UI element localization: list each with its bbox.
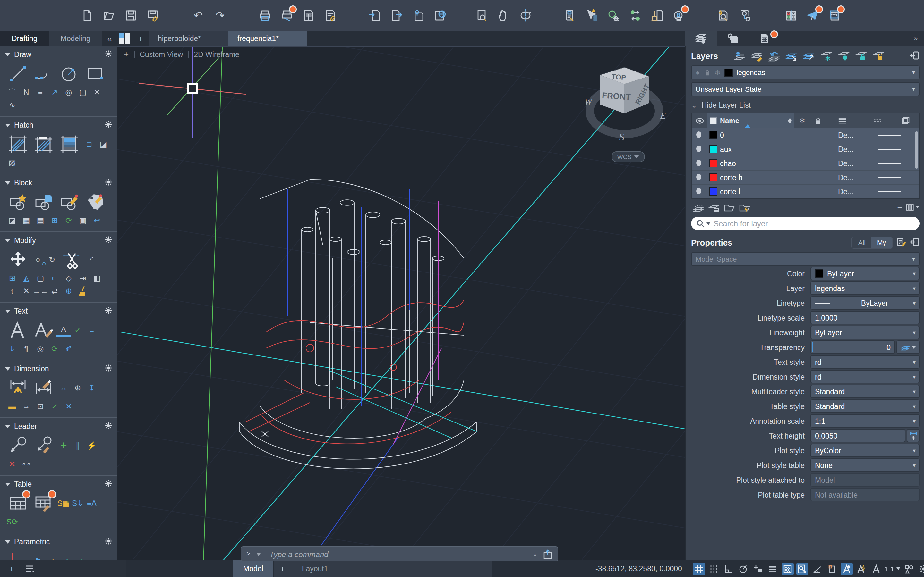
aligned-dimension-tool[interactable]: ↔ — [57, 382, 71, 394]
visual-style-control[interactable]: 2D Wireframe — [194, 50, 239, 58]
lineweight-select[interactable]: ByLayer — [811, 326, 919, 339]
layer-freeze-icon[interactable] — [819, 49, 834, 62]
attribute-display-tool[interactable]: ▣ — [76, 214, 90, 227]
chevron-down-icon[interactable] — [5, 309, 10, 313]
color-select[interactable]: ByLayer — [811, 267, 919, 280]
boundary-tool[interactable]: □ — [82, 138, 96, 151]
linetype-scale-input[interactable]: 1.0000 — [811, 311, 919, 324]
layer-linetype[interactable]: De... — [838, 187, 878, 195]
tag-tool[interactable]: ◪ — [96, 138, 110, 151]
box-3d-tool[interactable]: ◇ — [61, 272, 76, 285]
circle-tool[interactable] — [57, 61, 82, 86]
layer-row-chao[interactable]: chao De... — [692, 156, 919, 170]
wireframe-model[interactable] — [239, 179, 477, 469]
layer-lineweight-sample[interactable] — [878, 163, 919, 164]
layer-lineweight-sample[interactable] — [878, 148, 919, 150]
annotation-visibility-toggle[interactable] — [841, 562, 853, 575]
layer-off-icon[interactable] — [836, 49, 851, 62]
break-tool[interactable]: ✕ — [19, 285, 33, 298]
annotation-scale-selector[interactable]: 1:1 — [885, 565, 900, 572]
ortho-toggle[interactable] — [722, 562, 735, 575]
drawing-compare-icon[interactable] — [782, 5, 801, 26]
undo-icon[interactable]: ↶ — [189, 5, 208, 26]
line-tool[interactable] — [5, 61, 31, 86]
layout-grid-icon[interactable] — [120, 33, 131, 44]
text-height-pick-button[interactable] — [907, 429, 919, 442]
layer-color-swatch[interactable] — [706, 159, 720, 167]
pan-icon[interactable] — [494, 5, 513, 26]
spell-check-tool[interactable]: ✓ — [71, 324, 85, 337]
palette-tab-layers[interactable] — [685, 31, 717, 46]
settings-gear-icon[interactable] — [917, 562, 924, 575]
text-style-select[interactable]: rd — [811, 355, 919, 369]
gear-icon[interactable] — [105, 364, 112, 373]
layout1-tab[interactable]: Layout1 — [292, 560, 338, 577]
hatch-edit-tool[interactable] — [31, 132, 57, 156]
close-properties-icon[interactable] — [910, 237, 919, 248]
text-style-tool[interactable] — [31, 318, 57, 342]
arc-tool[interactable]: ⌒ — [5, 86, 19, 99]
transparency-slider[interactable]: 0 — [811, 340, 895, 354]
data-link-icon[interactable] — [626, 5, 645, 26]
gear-icon[interactable] — [105, 236, 112, 245]
performance-analyzer-icon[interactable] — [825, 5, 845, 26]
new-file-icon[interactable] — [78, 5, 97, 26]
wcs-selector[interactable]: WCS — [612, 151, 645, 162]
attribute-tag-tool[interactable]: ◪ — [5, 214, 19, 227]
save-as-icon[interactable] — [143, 5, 162, 26]
table-style-select[interactable]: Standard — [811, 400, 919, 413]
copy-tool[interactable]: ○○ — [31, 253, 45, 266]
add-layout-icon[interactable]: + — [274, 560, 291, 577]
layer-linetype[interactable]: De... — [838, 159, 878, 167]
hide-layer-list-toggle[interactable]: ⌄ Hide Layer List — [691, 98, 919, 112]
multileader-style-tool[interactable] — [31, 434, 57, 458]
align-tool[interactable]: ⇄ — [47, 285, 61, 298]
gear-icon[interactable] — [105, 178, 112, 187]
tab-modeling[interactable]: Modeling — [49, 31, 102, 46]
filter-my-button[interactable]: My — [871, 237, 892, 248]
current-layer-select[interactable]: ● ❄ legendas — [691, 65, 919, 79]
layer-row-corte-h[interactable]: corte h De... — [692, 170, 919, 184]
layer-unlock-icon[interactable] — [871, 49, 886, 62]
layer-linetype[interactable]: De... — [838, 145, 878, 153]
gradient-tool[interactable] — [57, 132, 82, 156]
layer-settings-icon[interactable] — [750, 49, 765, 62]
layer-on-indicator[interactable] — [692, 173, 706, 181]
fillet-tool[interactable]: ◜ — [85, 253, 99, 266]
layer-standards-button[interactable] — [706, 201, 722, 213]
chevron-down-icon[interactable] — [5, 367, 10, 370]
linear-dimension-tool[interactable] — [5, 376, 31, 400]
object-snap-toggle[interactable] — [752, 562, 764, 575]
snap-toggle[interactable] — [708, 562, 720, 575]
lock-column-icon[interactable] — [810, 116, 825, 125]
export-icon[interactable] — [387, 5, 406, 26]
save-to-web-icon[interactable] — [431, 5, 450, 26]
hatch-tool[interactable] — [5, 132, 31, 156]
helix-tool[interactable]: ∿ — [5, 99, 19, 111]
property-edit-icon[interactable] — [897, 237, 906, 248]
plot-style-edit-icon[interactable] — [321, 5, 340, 26]
layer-color-swatch[interactable] — [706, 145, 720, 153]
drawing-tab-hiperboloide[interactable]: hiperboloide* — [149, 31, 228, 46]
quick-select-icon[interactable] — [582, 5, 601, 26]
workspace-objects-icon[interactable] — [903, 562, 915, 575]
attribute-sync-tool[interactable]: ⟳ — [61, 214, 76, 227]
add-palette-icon[interactable]: + — [9, 564, 14, 574]
cell-style-tool[interactable]: ≡A — [85, 497, 99, 510]
orbit-icon[interactable] — [516, 5, 535, 26]
chevron-down-icon[interactable] — [5, 181, 10, 184]
single-text-tool[interactable]: A — [57, 324, 71, 336]
print-icon[interactable] — [255, 5, 275, 26]
layer-unisolate-icon[interactable] — [801, 49, 817, 62]
layer-on-indicator[interactable] — [692, 159, 706, 167]
chevron-down-icon[interactable] — [5, 123, 10, 127]
move-tool[interactable] — [5, 247, 31, 272]
text-height-input[interactable]: 0.0050 — [811, 429, 905, 442]
command-history-icon[interactable] — [257, 553, 260, 556]
layer-row-corte-l[interactable]: corte l De... — [692, 184, 919, 198]
smart-insert-icon[interactable] — [714, 5, 733, 26]
insert-point-tool[interactable]: ⊞ — [47, 214, 61, 227]
layer-select[interactable]: legendas — [811, 282, 919, 295]
layer-lineweight-sample[interactable] — [878, 177, 919, 178]
multileader-tool[interactable] — [5, 434, 31, 458]
